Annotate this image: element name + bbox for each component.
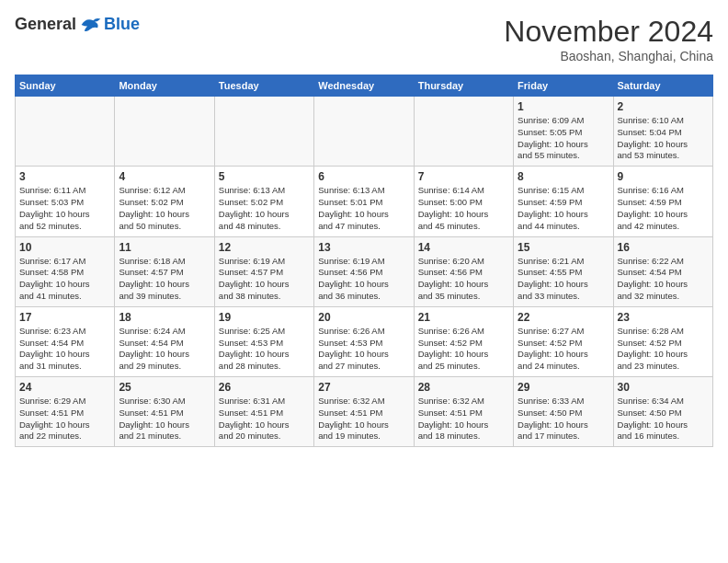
day-info: Sunrise: 6:28 AM Sunset: 4:52 PM Dayligh… — [618, 326, 709, 373]
day-number: 4 — [119, 170, 210, 183]
day-number: 26 — [219, 381, 310, 394]
calendar-cell: 4Sunrise: 6:12 AM Sunset: 5:02 PM Daylig… — [115, 167, 214, 236]
calendar-week-row: 10Sunrise: 6:17 AM Sunset: 4:58 PM Dayli… — [16, 236, 713, 306]
calendar-cell: 9Sunrise: 6:16 AM Sunset: 4:59 PM Daylig… — [613, 167, 712, 236]
calendar-cell: 11Sunrise: 6:18 AM Sunset: 4:57 PM Dayli… — [115, 236, 214, 306]
logo-general-text: General — [15, 15, 76, 34]
day-number: 10 — [19, 241, 110, 254]
calendar-cell: 1Sunrise: 6:09 AM Sunset: 5:05 PM Daylig… — [514, 97, 613, 167]
calendar-table: SundayMondayTuesdayWednesdayThursdayFrid… — [15, 75, 713, 447]
calendar-cell: 16Sunrise: 6:22 AM Sunset: 4:54 PM Dayli… — [613, 236, 712, 306]
day-number: 20 — [318, 311, 409, 324]
calendar-day-header: Thursday — [414, 75, 513, 97]
day-info: Sunrise: 6:22 AM Sunset: 4:54 PM Dayligh… — [618, 256, 709, 303]
day-number: 1 — [518, 100, 609, 113]
day-info: Sunrise: 6:24 AM Sunset: 4:54 PM Dayligh… — [119, 326, 210, 373]
day-info: Sunrise: 6:33 AM Sunset: 4:50 PM Dayligh… — [518, 396, 609, 442]
calendar-cell: 17Sunrise: 6:23 AM Sunset: 4:54 PM Dayli… — [16, 306, 115, 376]
day-info: Sunrise: 6:23 AM Sunset: 4:54 PM Dayligh… — [19, 326, 110, 373]
calendar-cell: 15Sunrise: 6:21 AM Sunset: 4:55 PM Dayli… — [514, 236, 613, 306]
calendar-cell: 29Sunrise: 6:33 AM Sunset: 4:50 PM Dayli… — [514, 377, 613, 447]
day-number: 6 — [318, 170, 409, 183]
day-number: 18 — [119, 311, 210, 324]
calendar-cell: 10Sunrise: 6:17 AM Sunset: 4:58 PM Dayli… — [16, 236, 115, 306]
day-number: 9 — [618, 170, 709, 183]
calendar-cell — [314, 97, 414, 167]
day-number: 21 — [418, 311, 509, 324]
day-number: 23 — [618, 311, 709, 324]
day-number: 24 — [19, 381, 110, 394]
calendar-cell: 8Sunrise: 6:15 AM Sunset: 4:59 PM Daylig… — [514, 167, 613, 236]
day-number: 28 — [418, 381, 509, 394]
page-header: General Blue November 2024 Baoshan, Shan… — [15, 15, 713, 63]
day-number: 22 — [518, 311, 609, 324]
calendar-cell: 21Sunrise: 6:26 AM Sunset: 4:52 PM Dayli… — [414, 306, 513, 376]
day-info: Sunrise: 6:19 AM Sunset: 4:56 PM Dayligh… — [318, 256, 409, 303]
day-info: Sunrise: 6:20 AM Sunset: 4:56 PM Dayligh… — [418, 256, 509, 303]
calendar-day-header: Saturday — [613, 75, 712, 97]
calendar-cell: 2Sunrise: 6:10 AM Sunset: 5:04 PM Daylig… — [613, 97, 712, 167]
day-number: 7 — [418, 170, 509, 183]
day-number: 3 — [19, 170, 110, 183]
day-info: Sunrise: 6:32 AM Sunset: 4:51 PM Dayligh… — [418, 396, 509, 442]
day-info: Sunrise: 6:11 AM Sunset: 5:03 PM Dayligh… — [19, 185, 110, 232]
day-number: 11 — [119, 241, 210, 254]
day-info: Sunrise: 6:30 AM Sunset: 4:51 PM Dayligh… — [119, 396, 210, 442]
calendar-day-header: Friday — [514, 75, 613, 97]
calendar-cell: 24Sunrise: 6:29 AM Sunset: 4:51 PM Dayli… — [16, 377, 115, 447]
day-number: 25 — [119, 381, 210, 394]
day-number: 19 — [219, 311, 310, 324]
day-info: Sunrise: 6:14 AM Sunset: 5:00 PM Dayligh… — [418, 185, 509, 232]
title-block: November 2024 Baoshan, Shanghai, China — [504, 15, 713, 63]
day-info: Sunrise: 6:16 AM Sunset: 4:59 PM Dayligh… — [618, 185, 709, 232]
calendar-week-row: 24Sunrise: 6:29 AM Sunset: 4:51 PM Dayli… — [16, 377, 713, 447]
day-number: 27 — [318, 381, 409, 394]
calendar-cell: 22Sunrise: 6:27 AM Sunset: 4:52 PM Dayli… — [514, 306, 613, 376]
calendar-cell: 25Sunrise: 6:30 AM Sunset: 4:51 PM Dayli… — [115, 377, 214, 447]
location-text: Baoshan, Shanghai, China — [504, 49, 713, 63]
day-info: Sunrise: 6:19 AM Sunset: 4:57 PM Dayligh… — [219, 256, 310, 303]
calendar-cell: 19Sunrise: 6:25 AM Sunset: 4:53 PM Dayli… — [214, 306, 313, 376]
day-info: Sunrise: 6:10 AM Sunset: 5:04 PM Dayligh… — [618, 115, 709, 162]
calendar-cell: 12Sunrise: 6:19 AM Sunset: 4:57 PM Dayli… — [214, 236, 313, 306]
day-info: Sunrise: 6:21 AM Sunset: 4:55 PM Dayligh… — [518, 256, 609, 303]
month-title: November 2024 — [504, 15, 713, 49]
calendar-day-header: Wednesday — [314, 75, 414, 97]
calendar-cell — [115, 97, 214, 167]
calendar-day-header: Sunday — [16, 75, 115, 97]
calendar-week-row: 1Sunrise: 6:09 AM Sunset: 5:05 PM Daylig… — [16, 97, 713, 167]
calendar-day-header: Monday — [115, 75, 214, 97]
calendar-week-row: 17Sunrise: 6:23 AM Sunset: 4:54 PM Dayli… — [16, 306, 713, 376]
day-number: 5 — [219, 170, 310, 183]
calendar-cell: 30Sunrise: 6:34 AM Sunset: 4:50 PM Dayli… — [613, 377, 712, 447]
day-info: Sunrise: 6:31 AM Sunset: 4:51 PM Dayligh… — [219, 396, 310, 442]
day-info: Sunrise: 6:26 AM Sunset: 4:53 PM Dayligh… — [318, 326, 409, 373]
calendar-cell: 23Sunrise: 6:28 AM Sunset: 4:52 PM Dayli… — [613, 306, 712, 376]
calendar-day-header: Tuesday — [214, 75, 313, 97]
day-number: 14 — [418, 241, 509, 254]
day-info: Sunrise: 6:17 AM Sunset: 4:58 PM Dayligh… — [19, 256, 110, 303]
day-number: 30 — [618, 381, 709, 394]
day-info: Sunrise: 6:25 AM Sunset: 4:53 PM Dayligh… — [219, 326, 310, 373]
calendar-week-row: 3Sunrise: 6:11 AM Sunset: 5:03 PM Daylig… — [16, 167, 713, 236]
calendar-cell: 28Sunrise: 6:32 AM Sunset: 4:51 PM Dayli… — [414, 377, 513, 447]
day-info: Sunrise: 6:18 AM Sunset: 4:57 PM Dayligh… — [119, 256, 210, 303]
day-info: Sunrise: 6:09 AM Sunset: 5:05 PM Dayligh… — [518, 115, 609, 162]
calendar-cell: 14Sunrise: 6:20 AM Sunset: 4:56 PM Dayli… — [414, 236, 513, 306]
day-number: 15 — [518, 241, 609, 254]
day-info: Sunrise: 6:15 AM Sunset: 4:59 PM Dayligh… — [518, 185, 609, 232]
day-number: 29 — [518, 381, 609, 394]
calendar-cell: 27Sunrise: 6:32 AM Sunset: 4:51 PM Dayli… — [314, 377, 414, 447]
logo-bird-icon — [80, 16, 102, 34]
day-info: Sunrise: 6:34 AM Sunset: 4:50 PM Dayligh… — [618, 396, 709, 442]
calendar-cell: 5Sunrise: 6:13 AM Sunset: 5:02 PM Daylig… — [214, 167, 313, 236]
day-number: 8 — [518, 170, 609, 183]
calendar-cell: 20Sunrise: 6:26 AM Sunset: 4:53 PM Dayli… — [314, 306, 414, 376]
day-info: Sunrise: 6:12 AM Sunset: 5:02 PM Dayligh… — [119, 185, 210, 232]
logo: General Blue — [15, 15, 140, 34]
day-info: Sunrise: 6:26 AM Sunset: 4:52 PM Dayligh… — [418, 326, 509, 373]
day-info: Sunrise: 6:13 AM Sunset: 5:01 PM Dayligh… — [318, 185, 409, 232]
calendar-cell: 13Sunrise: 6:19 AM Sunset: 4:56 PM Dayli… — [314, 236, 414, 306]
calendar-cell: 7Sunrise: 6:14 AM Sunset: 5:00 PM Daylig… — [414, 167, 513, 236]
day-info: Sunrise: 6:13 AM Sunset: 5:02 PM Dayligh… — [219, 185, 310, 232]
